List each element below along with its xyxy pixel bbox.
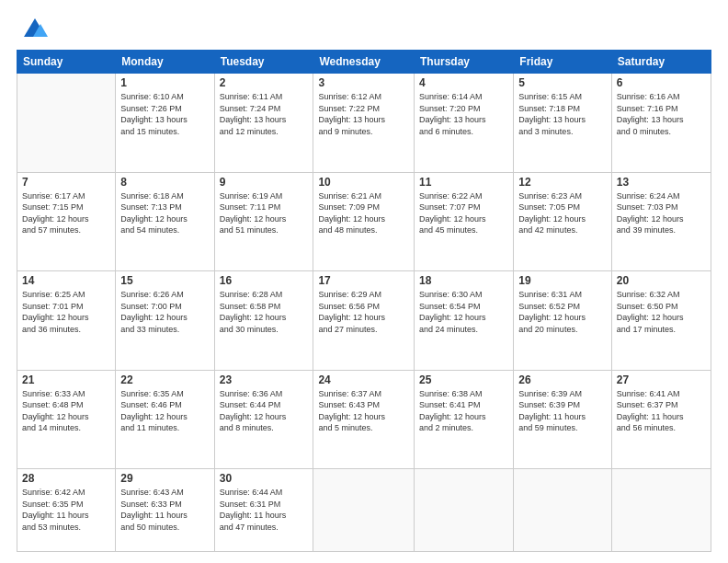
calendar-cell: 17Sunrise: 6:29 AM Sunset: 6:56 PM Dayli… xyxy=(313,271,415,371)
day-info: Sunrise: 6:12 AM Sunset: 7:22 PM Dayligh… xyxy=(318,91,409,137)
calendar-cell xyxy=(514,469,612,552)
day-number: 4 xyxy=(419,76,508,89)
calendar-cell: 1Sunrise: 6:10 AM Sunset: 7:26 PM Daylig… xyxy=(116,74,214,173)
calendar-cell: 30Sunrise: 6:44 AM Sunset: 6:31 PM Dayli… xyxy=(214,469,313,552)
day-info: Sunrise: 6:29 AM Sunset: 6:56 PM Dayligh… xyxy=(318,289,409,335)
calendar-cell: 29Sunrise: 6:43 AM Sunset: 6:33 PM Dayli… xyxy=(116,469,214,552)
day-number: 6 xyxy=(617,76,706,89)
day-number: 29 xyxy=(120,472,209,485)
day-number: 24 xyxy=(318,373,409,386)
day-info: Sunrise: 6:17 AM Sunset: 7:15 PM Dayligh… xyxy=(22,190,110,236)
weekday-header-saturday: Saturday xyxy=(611,51,711,74)
calendar-cell: 10Sunrise: 6:21 AM Sunset: 7:09 PM Dayli… xyxy=(313,172,415,271)
day-info: Sunrise: 6:31 AM Sunset: 6:52 PM Dayligh… xyxy=(518,289,607,335)
day-number: 13 xyxy=(617,176,706,189)
calendar-cell: 21Sunrise: 6:33 AM Sunset: 6:48 PM Dayli… xyxy=(17,370,116,469)
calendar-cell: 16Sunrise: 6:28 AM Sunset: 6:58 PM Dayli… xyxy=(214,271,313,371)
logo xyxy=(17,17,48,42)
day-info: Sunrise: 6:25 AM Sunset: 7:01 PM Dayligh… xyxy=(22,289,110,335)
day-number: 7 xyxy=(22,176,110,189)
day-info: Sunrise: 6:39 AM Sunset: 6:39 PM Dayligh… xyxy=(518,388,607,434)
day-info: Sunrise: 6:37 AM Sunset: 6:43 PM Dayligh… xyxy=(318,388,409,434)
calendar-cell: 26Sunrise: 6:39 AM Sunset: 6:39 PM Dayli… xyxy=(514,370,612,469)
calendar-cell: 25Sunrise: 6:38 AM Sunset: 6:41 PM Dayli… xyxy=(415,370,514,469)
day-number: 15 xyxy=(120,274,209,287)
calendar-cell: 27Sunrise: 6:41 AM Sunset: 6:37 PM Dayli… xyxy=(611,370,711,469)
day-number: 21 xyxy=(22,373,110,386)
calendar-cell: 19Sunrise: 6:31 AM Sunset: 6:52 PM Dayli… xyxy=(514,271,612,371)
calendar-cell xyxy=(17,74,116,173)
day-info: Sunrise: 6:44 AM Sunset: 6:31 PM Dayligh… xyxy=(220,487,309,533)
calendar-cell: 9Sunrise: 6:19 AM Sunset: 7:11 PM Daylig… xyxy=(214,172,313,271)
day-info: Sunrise: 6:10 AM Sunset: 7:26 PM Dayligh… xyxy=(120,91,209,137)
day-info: Sunrise: 6:41 AM Sunset: 6:37 PM Dayligh… xyxy=(617,388,706,434)
day-info: Sunrise: 6:18 AM Sunset: 7:13 PM Dayligh… xyxy=(120,190,209,236)
day-number: 18 xyxy=(419,274,508,287)
calendar-cell: 5Sunrise: 6:15 AM Sunset: 7:18 PM Daylig… xyxy=(514,74,612,173)
day-info: Sunrise: 6:28 AM Sunset: 6:58 PM Dayligh… xyxy=(220,289,309,335)
calendar-cell: 12Sunrise: 6:23 AM Sunset: 7:05 PM Dayli… xyxy=(514,172,612,271)
calendar-cell: 18Sunrise: 6:30 AM Sunset: 6:54 PM Dayli… xyxy=(415,271,514,371)
weekday-header-thursday: Thursday xyxy=(415,51,514,74)
weekday-header-monday: Monday xyxy=(116,51,214,74)
calendar-cell: 11Sunrise: 6:22 AM Sunset: 7:07 PM Dayli… xyxy=(415,172,514,271)
day-number: 16 xyxy=(220,274,309,287)
day-number: 12 xyxy=(518,176,607,189)
day-info: Sunrise: 6:19 AM Sunset: 7:11 PM Dayligh… xyxy=(220,190,309,236)
day-info: Sunrise: 6:11 AM Sunset: 7:24 PM Dayligh… xyxy=(220,91,309,137)
weekday-header-sunday: Sunday xyxy=(17,51,116,74)
weekday-header-wednesday: Wednesday xyxy=(313,51,415,74)
day-number: 26 xyxy=(518,373,607,386)
calendar-week-row: 1Sunrise: 6:10 AM Sunset: 7:26 PM Daylig… xyxy=(17,74,711,173)
calendar-cell: 15Sunrise: 6:26 AM Sunset: 7:00 PM Dayli… xyxy=(116,271,214,371)
calendar-cell xyxy=(313,469,415,552)
day-number: 23 xyxy=(220,373,309,386)
calendar-cell: 2Sunrise: 6:11 AM Sunset: 7:24 PM Daylig… xyxy=(214,74,313,173)
day-number: 9 xyxy=(220,176,309,189)
day-info: Sunrise: 6:16 AM Sunset: 7:16 PM Dayligh… xyxy=(617,91,706,137)
calendar-cell: 20Sunrise: 6:32 AM Sunset: 6:50 PM Dayli… xyxy=(611,271,711,371)
day-info: Sunrise: 6:14 AM Sunset: 7:20 PM Dayligh… xyxy=(419,91,508,137)
day-number: 14 xyxy=(22,274,110,287)
day-info: Sunrise: 6:32 AM Sunset: 6:50 PM Dayligh… xyxy=(617,289,706,335)
day-info: Sunrise: 6:36 AM Sunset: 6:44 PM Dayligh… xyxy=(220,388,309,434)
calendar-cell: 24Sunrise: 6:37 AM Sunset: 6:43 PM Dayli… xyxy=(313,370,415,469)
day-number: 5 xyxy=(518,76,607,89)
day-number: 8 xyxy=(120,176,209,189)
day-info: Sunrise: 6:21 AM Sunset: 7:09 PM Dayligh… xyxy=(318,190,409,236)
day-number: 17 xyxy=(318,274,409,287)
day-number: 19 xyxy=(518,274,607,287)
calendar-week-row: 14Sunrise: 6:25 AM Sunset: 7:01 PM Dayli… xyxy=(17,271,711,371)
day-number: 20 xyxy=(617,274,706,287)
day-info: Sunrise: 6:38 AM Sunset: 6:41 PM Dayligh… xyxy=(419,388,508,434)
day-number: 27 xyxy=(617,373,706,386)
day-info: Sunrise: 6:24 AM Sunset: 7:03 PM Dayligh… xyxy=(617,190,706,236)
day-info: Sunrise: 6:42 AM Sunset: 6:35 PM Dayligh… xyxy=(22,487,110,533)
calendar-cell: 8Sunrise: 6:18 AM Sunset: 7:13 PM Daylig… xyxy=(116,172,214,271)
day-info: Sunrise: 6:15 AM Sunset: 7:18 PM Dayligh… xyxy=(518,91,607,137)
day-number: 28 xyxy=(22,472,110,485)
calendar-page: SundayMondayTuesdayWednesdayThursdayFrid… xyxy=(0,0,728,563)
calendar-cell: 23Sunrise: 6:36 AM Sunset: 6:44 PM Dayli… xyxy=(214,370,313,469)
calendar-cell: 4Sunrise: 6:14 AM Sunset: 7:20 PM Daylig… xyxy=(415,74,514,173)
calendar-cell xyxy=(415,469,514,552)
calendar-week-row: 28Sunrise: 6:42 AM Sunset: 6:35 PM Dayli… xyxy=(17,469,711,552)
weekday-header-row: SundayMondayTuesdayWednesdayThursdayFrid… xyxy=(17,51,711,74)
day-number: 22 xyxy=(120,373,209,386)
calendar-cell: 6Sunrise: 6:16 AM Sunset: 7:16 PM Daylig… xyxy=(611,74,711,173)
calendar-cell xyxy=(611,469,711,552)
weekday-header-tuesday: Tuesday xyxy=(214,51,313,74)
day-number: 1 xyxy=(120,76,209,89)
calendar-cell: 14Sunrise: 6:25 AM Sunset: 7:01 PM Dayli… xyxy=(17,271,116,371)
day-info: Sunrise: 6:23 AM Sunset: 7:05 PM Dayligh… xyxy=(518,190,607,236)
calendar-cell: 22Sunrise: 6:35 AM Sunset: 6:46 PM Dayli… xyxy=(116,370,214,469)
day-info: Sunrise: 6:33 AM Sunset: 6:48 PM Dayligh… xyxy=(22,388,110,434)
day-info: Sunrise: 6:26 AM Sunset: 7:00 PM Dayligh… xyxy=(120,289,209,335)
day-number: 3 xyxy=(318,76,409,89)
calendar-cell: 28Sunrise: 6:42 AM Sunset: 6:35 PM Dayli… xyxy=(17,469,116,552)
weekday-header-friday: Friday xyxy=(514,51,612,74)
day-number: 2 xyxy=(220,76,309,89)
calendar-cell: 3Sunrise: 6:12 AM Sunset: 7:22 PM Daylig… xyxy=(313,74,415,173)
calendar-week-row: 21Sunrise: 6:33 AM Sunset: 6:48 PM Dayli… xyxy=(17,370,711,469)
day-number: 25 xyxy=(419,373,508,386)
